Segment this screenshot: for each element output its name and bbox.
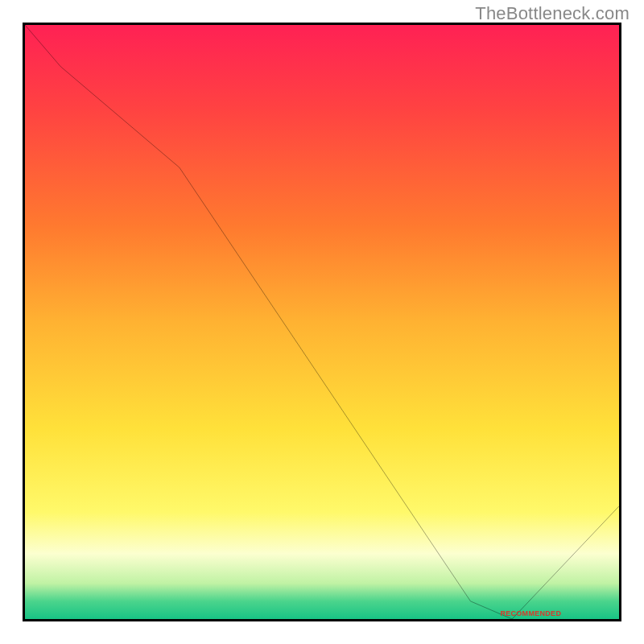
attribution-label: TheBottleneck.com (475, 3, 630, 24)
recommended-label: RECOMMENDED (500, 609, 561, 617)
chart-container: TheBottleneck.com RECOMMENDED (0, 0, 644, 644)
plot-area: RECOMMENDED (23, 23, 621, 621)
bottleneck-curve (25, 25, 619, 619)
